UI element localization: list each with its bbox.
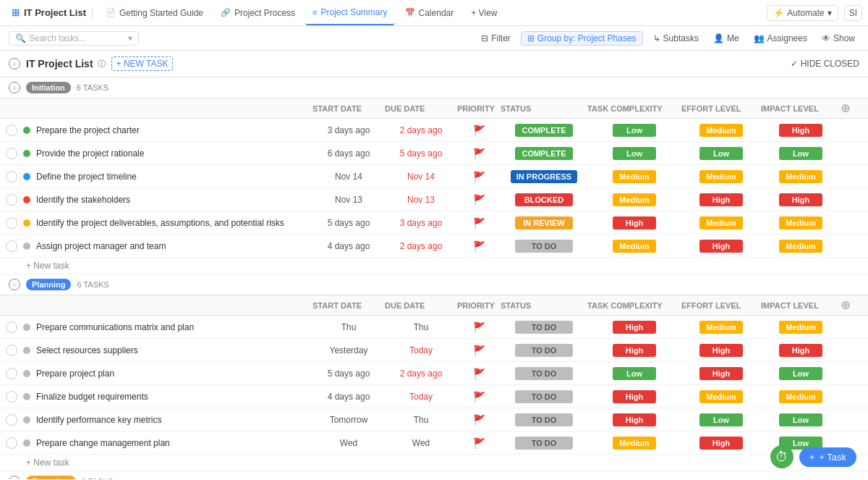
assignees-button[interactable]: 👥 Assignees (749, 32, 812, 45)
collapse-all-button[interactable]: ○ (9, 58, 20, 70)
task-complete-button[interactable] (6, 437, 17, 449)
priority-cell[interactable]: 🚩 (457, 194, 501, 206)
task-row[interactable]: Finalize budget requirements 4 days ago … (0, 385, 868, 408)
tab-add-view[interactable]: + View (464, 0, 504, 25)
priority-cell[interactable]: 🚩 (457, 171, 501, 182)
add-task-float-button[interactable]: + + Task (799, 447, 856, 467)
complexity-cell[interactable]: High (587, 344, 681, 357)
tab-calendar[interactable]: 📅 Calendar (398, 0, 461, 25)
complexity-cell[interactable]: High (587, 390, 681, 403)
status-cell[interactable]: COMPLETE (501, 147, 587, 160)
task-complete-button[interactable] (6, 368, 17, 379)
impact-cell[interactable]: Medium (761, 321, 841, 334)
impact-cell[interactable]: Medium (761, 170, 841, 183)
task-complete-button[interactable] (6, 171, 17, 182)
effort-cell[interactable]: Medium (681, 124, 761, 137)
task-complete-button[interactable] (6, 148, 17, 159)
tab-getting-started[interactable]: 📄 Getting Started Guide (98, 0, 210, 25)
task-complete-button[interactable] (6, 240, 17, 252)
effort-cell[interactable]: Low (681, 147, 761, 160)
impact-cell[interactable]: High (761, 124, 841, 137)
task-complete-button[interactable] (6, 125, 17, 136)
timer-button[interactable]: ⏱ (770, 445, 793, 468)
task-complete-button[interactable] (6, 391, 17, 403)
complexity-cell[interactable]: Low (587, 124, 681, 137)
priority-cell[interactable]: 🚩 (457, 125, 501, 136)
search-box[interactable]: 🔍 Search tasks... ▾ (9, 31, 139, 46)
priority-cell[interactable]: 🚩 (457, 321, 501, 333)
effort-cell[interactable]: High (681, 367, 761, 380)
impact-cell[interactable]: Low (761, 367, 841, 380)
priority-cell[interactable]: 🚩 (457, 217, 501, 229)
complexity-cell[interactable]: High (587, 216, 681, 230)
add-task-row[interactable]: + New task (0, 455, 868, 471)
priority-cell[interactable]: 🚩 (457, 368, 501, 379)
task-complete-button[interactable] (6, 345, 17, 356)
impact-cell[interactable]: Medium (761, 390, 841, 403)
impact-cell[interactable]: High (761, 344, 841, 357)
task-complete-button[interactable] (6, 414, 17, 426)
priority-cell[interactable]: 🚩 (457, 240, 501, 252)
task-row[interactable]: Provide the project rationale 6 days ago… (0, 142, 868, 165)
collapse-section-button[interactable]: ○ (9, 82, 20, 93)
status-cell[interactable]: TO DO (501, 367, 587, 380)
effort-cell[interactable]: High (681, 240, 761, 253)
add-column-icon[interactable]: ⊕ (841, 299, 850, 311)
tab-project-summary[interactable]: ≡ Project Summary (305, 0, 394, 25)
status-cell[interactable]: TO DO (501, 437, 587, 450)
subtasks-button[interactable]: ↳ Subtasks (649, 32, 703, 45)
effort-cell[interactable]: Medium (681, 390, 761, 403)
status-cell[interactable]: TO DO (501, 390, 587, 403)
status-cell[interactable]: TO DO (501, 344, 587, 357)
task-complete-button[interactable] (6, 194, 17, 206)
filter-button[interactable]: ⊟ Filter (477, 32, 515, 45)
impact-cell[interactable]: High (761, 193, 841, 206)
status-cell[interactable]: BLOCKED (501, 193, 587, 206)
complexity-cell[interactable]: Medium (587, 170, 681, 183)
complexity-cell[interactable]: Medium (587, 240, 681, 253)
impact-cell[interactable]: Medium (761, 240, 841, 253)
priority-cell[interactable]: 🚩 (457, 391, 501, 403)
new-task-button[interactable]: + NEW TASK (111, 56, 174, 71)
priority-cell[interactable]: 🚩 (457, 148, 501, 159)
complexity-cell[interactable]: High (587, 413, 681, 426)
status-cell[interactable]: TO DO (501, 240, 587, 253)
task-row[interactable]: Prepare change management plan Wed Wed 🚩… (0, 431, 868, 455)
show-button[interactable]: 👁 Show (817, 32, 859, 45)
task-complete-button[interactable] (6, 217, 17, 229)
me-button[interactable]: 👤 Me (709, 32, 744, 45)
complexity-cell[interactable]: Medium (587, 193, 681, 206)
priority-cell[interactable]: 🚩 (457, 414, 501, 426)
status-cell[interactable]: TO DO (501, 321, 587, 334)
hide-closed-button[interactable]: ✓ HIDE CLOSED (791, 59, 859, 69)
impact-cell[interactable]: Low (761, 147, 841, 160)
status-cell[interactable]: IN PROGRESS (501, 170, 587, 183)
complexity-cell[interactable]: Medium (587, 437, 681, 450)
effort-cell[interactable]: Medium (681, 216, 761, 230)
impact-cell[interactable]: Low (761, 413, 841, 426)
effort-cell[interactable]: Medium (681, 321, 761, 334)
task-row[interactable]: Identify the project deliverables, assum… (0, 211, 868, 235)
add-column-icon[interactable]: ⊕ (841, 102, 850, 114)
complexity-cell[interactable]: Low (587, 147, 681, 160)
task-row[interactable]: Select resources suppliers Yesterday Tod… (0, 339, 868, 362)
group-by-button[interactable]: ⊞ Group by: Project Phases (521, 31, 643, 46)
status-cell[interactable]: COMPLETE (501, 124, 587, 137)
task-row[interactable]: Define the project timeline Nov 14 Nov 1… (0, 165, 868, 188)
info-icon[interactable]: ⓘ (98, 59, 106, 70)
task-row[interactable]: Prepare project plan 5 days ago 2 days a… (0, 362, 868, 385)
effort-cell[interactable]: High (681, 344, 761, 357)
effort-cell[interactable]: High (681, 437, 761, 450)
effort-cell[interactable]: High (681, 193, 761, 206)
task-complete-button[interactable] (6, 321, 17, 333)
effort-cell[interactable]: Low (681, 413, 761, 426)
task-row[interactable]: Prepare the project charter 3 days ago 2… (0, 119, 868, 142)
task-row[interactable]: Identify the stakeholders Nov 13 Nov 13 … (0, 188, 868, 211)
automate-button[interactable]: ⚡ Automate ▾ (767, 5, 838, 21)
share-icon[interactable]: SI (844, 5, 862, 21)
collapse-section-button[interactable]: ○ (9, 279, 20, 290)
task-row[interactable]: Assign project manager and team 4 days a… (0, 235, 868, 258)
task-row[interactable]: Prepare communications matrix and plan T… (0, 316, 868, 339)
complexity-cell[interactable]: High (587, 321, 681, 334)
tab-project-process[interactable]: 🔗 Project Process (213, 0, 302, 25)
